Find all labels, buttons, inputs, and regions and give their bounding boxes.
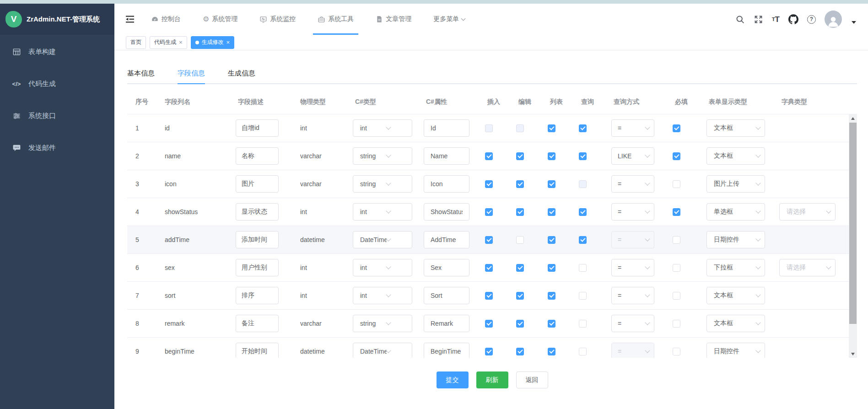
csharp-property-input[interactable] (424, 343, 469, 358)
csharp-type-select[interactable]: int (353, 203, 412, 221)
csharp-property-input[interactable] (424, 175, 469, 193)
display-type-select[interactable]: 文本框 (706, 315, 765, 332)
csharp-property-input[interactable] (424, 203, 469, 221)
github-icon[interactable] (788, 14, 798, 24)
field-description-input[interactable] (236, 287, 279, 304)
tag-home[interactable]: 首页 (126, 36, 146, 49)
list-checkbox[interactable] (548, 208, 555, 216)
query-mode-select[interactable]: = (611, 259, 654, 276)
tab-basic-info[interactable]: 基本信息 (127, 64, 155, 84)
nav-item-system-monitor[interactable]: 系统监控 (259, 4, 296, 35)
insert-checkbox[interactable] (485, 180, 493, 188)
csharp-type-select[interactable]: int (353, 119, 412, 137)
required-checkbox[interactable] (673, 348, 680, 355)
field-description-input[interactable] (236, 343, 279, 358)
sidebar-collapse-icon[interactable] (124, 14, 135, 25)
query-checkbox[interactable] (579, 124, 587, 132)
close-icon[interactable]: × (179, 39, 183, 46)
required-checkbox[interactable] (673, 152, 680, 160)
scroll-down-icon[interactable] (849, 350, 857, 358)
edit-checkbox[interactable] (516, 348, 524, 355)
query-mode-select[interactable]: = (611, 287, 654, 304)
csharp-type-select[interactable]: int (353, 287, 412, 304)
csharp-type-select[interactable]: string (353, 175, 412, 193)
list-checkbox[interactable] (548, 236, 555, 244)
query-mode-select[interactable]: = (611, 175, 654, 193)
nav-item-article-manage[interactable]: 文章管理 (376, 4, 411, 35)
csharp-property-input[interactable] (424, 259, 469, 276)
insert-checkbox[interactable] (485, 236, 493, 244)
csharp-property-input[interactable] (424, 287, 469, 304)
list-checkbox[interactable] (548, 152, 555, 160)
insert-checkbox[interactable] (485, 292, 493, 300)
avatar-caret-icon[interactable] (852, 21, 856, 24)
list-checkbox[interactable] (548, 348, 555, 355)
nav-item-dashboard[interactable]: 控制台 (151, 4, 181, 35)
display-type-select[interactable]: 单选框 (706, 203, 765, 221)
field-description-input[interactable] (236, 147, 279, 165)
tag-code-generate[interactable]: 代码生成 × (150, 36, 187, 49)
display-type-select[interactable]: 日期控件 (706, 343, 765, 358)
csharp-type-select[interactable]: DateTime (353, 343, 412, 358)
insert-checkbox[interactable] (485, 320, 493, 328)
display-type-select[interactable]: 文本框 (706, 147, 765, 165)
required-checkbox[interactable] (673, 292, 680, 300)
csharp-type-select[interactable]: string (353, 315, 412, 332)
tab-generate-info[interactable]: 生成信息 (228, 64, 255, 84)
required-checkbox[interactable] (673, 264, 680, 272)
query-mode-select[interactable]: = (611, 315, 654, 332)
list-checkbox[interactable] (548, 124, 555, 132)
required-checkbox[interactable] (673, 320, 680, 328)
query-checkbox[interactable] (579, 152, 587, 160)
insert-checkbox[interactable] (485, 264, 493, 272)
table-scrollbar[interactable] (849, 114, 857, 358)
field-description-input[interactable] (236, 119, 279, 137)
edit-checkbox[interactable] (516, 180, 524, 188)
csharp-property-input[interactable] (424, 315, 469, 332)
required-checkbox[interactable] (673, 236, 680, 244)
field-description-input[interactable] (236, 203, 279, 221)
query-checkbox[interactable] (579, 348, 587, 355)
scroll-up-icon[interactable] (849, 114, 857, 122)
query-checkbox[interactable] (579, 236, 587, 244)
edit-checkbox[interactable] (516, 320, 524, 328)
query-checkbox[interactable] (579, 320, 587, 328)
query-mode-select[interactable]: = (611, 119, 654, 137)
avatar[interactable] (825, 11, 842, 28)
list-checkbox[interactable] (548, 292, 555, 300)
font-size-icon[interactable]: TT (772, 16, 780, 23)
csharp-property-input[interactable] (424, 119, 469, 137)
tag-generate-edit[interactable]: 生成修改 × (191, 36, 235, 49)
display-type-select[interactable]: 文本框 (706, 287, 765, 304)
list-checkbox[interactable] (548, 264, 555, 272)
sidebar-item-send-mail[interactable]: 发送邮件 (0, 132, 114, 164)
csharp-property-input[interactable] (424, 147, 469, 165)
query-checkbox[interactable] (579, 264, 587, 272)
query-checkbox[interactable] (579, 292, 587, 300)
list-checkbox[interactable] (548, 320, 555, 328)
help-icon[interactable]: ? (807, 15, 816, 24)
csharp-type-select[interactable]: int (353, 259, 412, 276)
display-type-select[interactable]: 下拉框 (706, 259, 765, 276)
edit-checkbox[interactable] (516, 264, 524, 272)
insert-checkbox[interactable] (485, 348, 493, 355)
nav-item-system-tools[interactable]: 系统工具 (318, 4, 354, 35)
query-mode-select[interactable]: = (611, 203, 654, 221)
csharp-property-input[interactable] (424, 231, 469, 248)
scrollbar-thumb[interactable] (849, 123, 857, 324)
edit-checkbox[interactable] (516, 208, 524, 216)
field-description-input[interactable] (236, 315, 279, 332)
field-description-input[interactable] (236, 231, 279, 248)
submit-button[interactable]: 提交 (437, 371, 469, 388)
close-icon[interactable]: × (226, 39, 230, 46)
nav-item-system-manage[interactable]: ⚙ 系统管理 (203, 4, 237, 35)
display-type-select[interactable]: 日期控件 (706, 231, 765, 248)
edit-checkbox[interactable] (516, 292, 524, 300)
search-icon[interactable] (735, 15, 745, 24)
field-description-input[interactable] (236, 259, 279, 276)
fullscreen-icon[interactable] (754, 15, 763, 24)
csharp-type-select[interactable]: string (353, 147, 412, 165)
sidebar-item-code-generate[interactable]: </> 代码生成 (0, 68, 114, 100)
dict-type-select[interactable]: 请选择 (779, 203, 836, 221)
list-checkbox[interactable] (548, 180, 555, 188)
